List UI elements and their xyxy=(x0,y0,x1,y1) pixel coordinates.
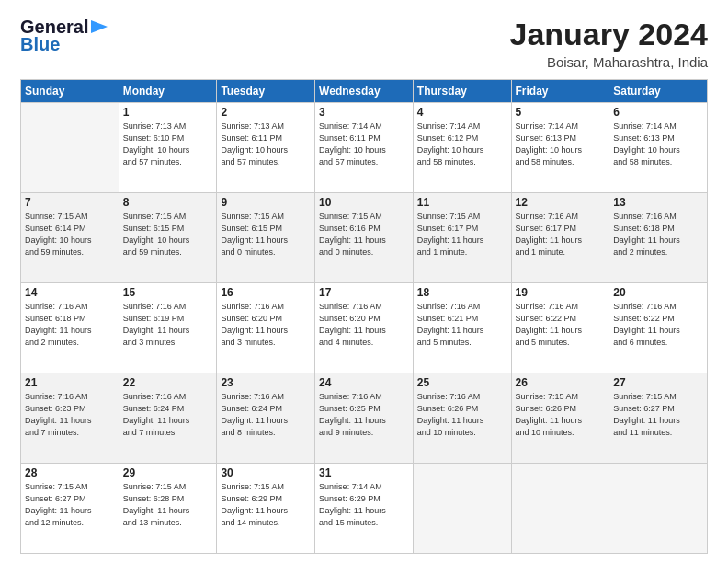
calendar-cell: 11Sunrise: 7:15 AM Sunset: 6:17 PM Dayli… xyxy=(413,193,511,283)
logo-arrow-icon xyxy=(91,20,108,37)
header: General Blue January 2024 Boisar, Mahara… xyxy=(20,17,708,70)
day-info: Sunrise: 7:16 AM Sunset: 6:20 PM Dayligh… xyxy=(319,301,409,349)
day-info: Sunrise: 7:14 AM Sunset: 6:13 PM Dayligh… xyxy=(613,121,703,168)
week-row-5: 28Sunrise: 7:15 AM Sunset: 6:27 PM Dayli… xyxy=(21,464,708,554)
calendar-page: General Blue January 2024 Boisar, Mahara… xyxy=(0,0,728,563)
calendar-cell: 13Sunrise: 7:16 AM Sunset: 6:18 PM Dayli… xyxy=(609,193,708,283)
day-number: 30 xyxy=(221,466,311,479)
calendar-title: January 2024 xyxy=(510,17,709,52)
day-number: 11 xyxy=(417,196,507,209)
calendar-cell: 28Sunrise: 7:15 AM Sunset: 6:27 PM Dayli… xyxy=(21,464,119,554)
day-info: Sunrise: 7:16 AM Sunset: 6:23 PM Dayligh… xyxy=(25,391,115,439)
day-info: Sunrise: 7:15 AM Sunset: 6:16 PM Dayligh… xyxy=(319,211,409,259)
day-number: 4 xyxy=(417,106,507,119)
calendar-cell: 7Sunrise: 7:15 AM Sunset: 6:14 PM Daylig… xyxy=(21,193,119,283)
calendar-cell xyxy=(511,464,609,554)
day-info: Sunrise: 7:16 AM Sunset: 6:21 PM Dayligh… xyxy=(417,301,507,349)
calendar-cell: 20Sunrise: 7:16 AM Sunset: 6:22 PM Dayli… xyxy=(609,283,708,373)
day-info: Sunrise: 7:15 AM Sunset: 6:26 PM Dayligh… xyxy=(516,391,606,439)
day-number: 13 xyxy=(613,196,703,209)
weekday-header-tuesday: Tuesday xyxy=(217,80,315,103)
day-number: 2 xyxy=(221,106,311,119)
day-info: Sunrise: 7:16 AM Sunset: 6:22 PM Dayligh… xyxy=(516,301,606,349)
calendar-subtitle: Boisar, Maharashtra, India xyxy=(510,54,709,70)
day-number: 9 xyxy=(221,196,311,209)
calendar-cell: 4Sunrise: 7:14 AM Sunset: 6:12 PM Daylig… xyxy=(413,103,511,193)
week-row-1: 1Sunrise: 7:13 AM Sunset: 6:10 PM Daylig… xyxy=(21,103,708,193)
calendar-cell: 19Sunrise: 7:16 AM Sunset: 6:22 PM Dayli… xyxy=(511,283,609,373)
logo: General Blue xyxy=(20,17,108,55)
calendar-cell: 23Sunrise: 7:16 AM Sunset: 6:24 PM Dayli… xyxy=(217,373,315,464)
weekday-header-saturday: Saturday xyxy=(609,80,708,103)
day-number: 29 xyxy=(123,466,213,479)
calendar-cell: 21Sunrise: 7:16 AM Sunset: 6:23 PM Dayli… xyxy=(21,373,119,464)
day-info: Sunrise: 7:14 AM Sunset: 6:11 PM Dayligh… xyxy=(319,121,409,168)
calendar-cell: 29Sunrise: 7:15 AM Sunset: 6:28 PM Dayli… xyxy=(119,464,217,554)
calendar-cell: 26Sunrise: 7:15 AM Sunset: 6:26 PM Dayli… xyxy=(511,373,609,464)
day-info: Sunrise: 7:13 AM Sunset: 6:11 PM Dayligh… xyxy=(221,121,311,168)
week-row-4: 21Sunrise: 7:16 AM Sunset: 6:23 PM Dayli… xyxy=(21,373,708,464)
day-info: Sunrise: 7:16 AM Sunset: 6:25 PM Dayligh… xyxy=(319,391,409,439)
calendar-cell: 6Sunrise: 7:14 AM Sunset: 6:13 PM Daylig… xyxy=(609,103,708,193)
day-number: 5 xyxy=(516,106,606,119)
day-number: 20 xyxy=(613,286,703,299)
calendar-cell: 2Sunrise: 7:13 AM Sunset: 6:11 PM Daylig… xyxy=(217,103,315,193)
day-number: 6 xyxy=(613,106,703,119)
day-number: 18 xyxy=(417,286,507,299)
day-number: 21 xyxy=(25,376,115,389)
day-info: Sunrise: 7:16 AM Sunset: 6:18 PM Dayligh… xyxy=(25,301,115,349)
title-block: January 2024 Boisar, Maharashtra, India xyxy=(510,17,709,70)
week-row-2: 7Sunrise: 7:15 AM Sunset: 6:14 PM Daylig… xyxy=(21,193,708,283)
day-number: 23 xyxy=(221,376,311,389)
calendar-cell: 24Sunrise: 7:16 AM Sunset: 6:25 PM Dayli… xyxy=(315,373,414,464)
day-number: 1 xyxy=(123,106,213,119)
day-number: 26 xyxy=(516,376,606,389)
calendar-cell: 17Sunrise: 7:16 AM Sunset: 6:20 PM Dayli… xyxy=(315,283,414,373)
day-info: Sunrise: 7:15 AM Sunset: 6:28 PM Dayligh… xyxy=(123,481,213,529)
calendar-cell: 18Sunrise: 7:16 AM Sunset: 6:21 PM Dayli… xyxy=(413,283,511,373)
day-info: Sunrise: 7:15 AM Sunset: 6:29 PM Dayligh… xyxy=(221,481,311,529)
day-number: 3 xyxy=(319,106,409,119)
day-number: 28 xyxy=(25,466,115,479)
calendar-cell: 9Sunrise: 7:15 AM Sunset: 6:15 PM Daylig… xyxy=(217,193,315,283)
weekday-header-friday: Friday xyxy=(511,80,609,103)
calendar-cell: 30Sunrise: 7:15 AM Sunset: 6:29 PM Dayli… xyxy=(217,464,315,554)
calendar-cell: 22Sunrise: 7:16 AM Sunset: 6:24 PM Dayli… xyxy=(119,373,217,464)
calendar-cell: 16Sunrise: 7:16 AM Sunset: 6:20 PM Dayli… xyxy=(217,283,315,373)
calendar-cell: 8Sunrise: 7:15 AM Sunset: 6:15 PM Daylig… xyxy=(119,193,217,283)
day-info: Sunrise: 7:16 AM Sunset: 6:22 PM Dayligh… xyxy=(613,301,703,349)
day-info: Sunrise: 7:15 AM Sunset: 6:17 PM Dayligh… xyxy=(417,211,507,259)
day-info: Sunrise: 7:14 AM Sunset: 6:29 PM Dayligh… xyxy=(319,481,409,529)
day-number: 14 xyxy=(25,286,115,299)
calendar-cell: 10Sunrise: 7:15 AM Sunset: 6:16 PM Dayli… xyxy=(315,193,414,283)
weekday-header-wednesday: Wednesday xyxy=(315,80,414,103)
calendar-cell: 12Sunrise: 7:16 AM Sunset: 6:17 PM Dayli… xyxy=(511,193,609,283)
svg-marker-0 xyxy=(91,20,108,33)
weekday-header-thursday: Thursday xyxy=(413,80,511,103)
calendar-table: SundayMondayTuesdayWednesdayThursdayFrid… xyxy=(20,79,708,554)
day-number: 7 xyxy=(25,196,115,209)
calendar-cell: 14Sunrise: 7:16 AM Sunset: 6:18 PM Dayli… xyxy=(21,283,119,373)
day-info: Sunrise: 7:15 AM Sunset: 6:15 PM Dayligh… xyxy=(123,211,213,259)
day-number: 12 xyxy=(516,196,606,209)
calendar-cell: 15Sunrise: 7:16 AM Sunset: 6:19 PM Dayli… xyxy=(119,283,217,373)
day-info: Sunrise: 7:15 AM Sunset: 6:14 PM Dayligh… xyxy=(25,211,115,259)
day-number: 10 xyxy=(319,196,409,209)
day-info: Sunrise: 7:16 AM Sunset: 6:24 PM Dayligh… xyxy=(221,391,311,439)
weekday-header-sunday: Sunday xyxy=(21,80,119,103)
day-info: Sunrise: 7:16 AM Sunset: 6:20 PM Dayligh… xyxy=(221,301,311,349)
day-number: 17 xyxy=(319,286,409,299)
week-row-3: 14Sunrise: 7:16 AM Sunset: 6:18 PM Dayli… xyxy=(21,283,708,373)
day-number: 19 xyxy=(516,286,606,299)
calendar-cell: 1Sunrise: 7:13 AM Sunset: 6:10 PM Daylig… xyxy=(119,103,217,193)
calendar-cell: 3Sunrise: 7:14 AM Sunset: 6:11 PM Daylig… xyxy=(315,103,414,193)
day-info: Sunrise: 7:16 AM Sunset: 6:19 PM Dayligh… xyxy=(123,301,213,349)
day-info: Sunrise: 7:15 AM Sunset: 6:27 PM Dayligh… xyxy=(25,481,115,529)
day-info: Sunrise: 7:15 AM Sunset: 6:27 PM Dayligh… xyxy=(613,391,703,439)
calendar-cell xyxy=(609,464,708,554)
day-info: Sunrise: 7:16 AM Sunset: 6:24 PM Dayligh… xyxy=(123,391,213,439)
day-info: Sunrise: 7:15 AM Sunset: 6:15 PM Dayligh… xyxy=(221,211,311,259)
weekday-header-row: SundayMondayTuesdayWednesdayThursdayFrid… xyxy=(21,80,708,103)
weekday-header-monday: Monday xyxy=(119,80,217,103)
day-info: Sunrise: 7:13 AM Sunset: 6:10 PM Dayligh… xyxy=(123,121,213,168)
